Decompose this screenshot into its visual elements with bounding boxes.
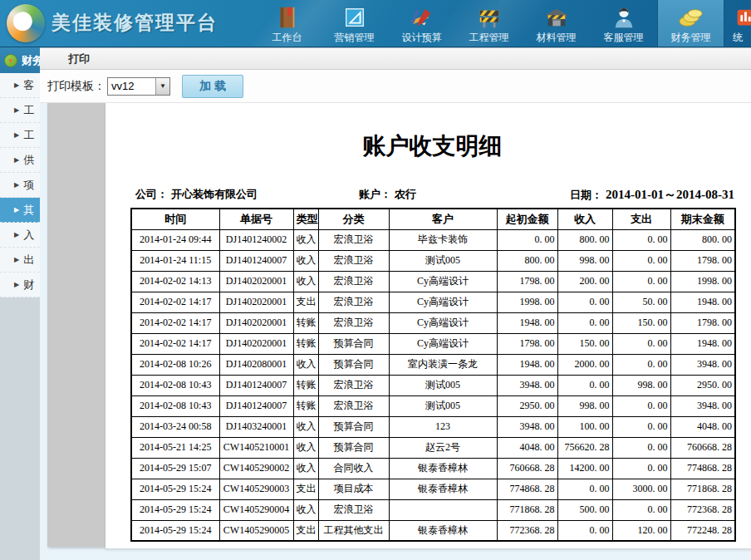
table-cell: CW1405290002 [219, 458, 293, 479]
nav-item-label: 营销管理 [335, 31, 375, 45]
sidebar-item-供[interactable]: ▶供 [0, 148, 40, 173]
table-cell: 772368. 28 [497, 520, 557, 541]
table-cell: 2014-02-08 10:43 [131, 395, 219, 416]
sidebar-item-label: 出 [23, 253, 34, 268]
nav-item-工程管理[interactable]: 工程管理 [455, 0, 523, 47]
table-cell: CW1405290003 [219, 479, 293, 499]
sidebar-item-出[interactable]: ▶出 [0, 248, 40, 273]
app-header: 美佳装修管理平台 工作台营销管理设计预算工程管理材料管理客服管理财务管理统 [0, 0, 751, 47]
table-cell: 756620. 28 [557, 437, 612, 458]
collapse-icon[interactable]: ▾ [4, 54, 17, 67]
table-row: 2014-02-08 10:26DJ1402080001收入预算合同室内装潢一条… [131, 354, 735, 375]
table-cell: 998. 00 [612, 375, 670, 395]
table-cell: 宏浪卫浴 [318, 229, 389, 250]
sidebar-header[interactable]: ▾ 财务 [0, 47, 40, 73]
table-cell: 1798. 00 [670, 250, 735, 271]
nav-item-工作台[interactable]: 工作台 [253, 0, 321, 47]
nav-item-财务管理[interactable]: 财务管理 [657, 0, 724, 47]
table-cell: 赵云2号 [389, 437, 497, 458]
table-cell: 3000. 00 [612, 479, 670, 499]
coins-icon [679, 5, 704, 30]
template-select[interactable]: vv12 ▼ [107, 77, 170, 96]
sidebar-item-label: 项 [23, 178, 34, 193]
sidebar-item-入[interactable]: ▶入 [0, 223, 40, 248]
table-cell: 2014-03-24 00:58 [131, 416, 219, 437]
report-title: 账户收支明细 [130, 130, 734, 162]
report-table: 时间单据号类型分类客户起初金额收入支出期末金额2014-01-24 09:44D… [130, 208, 736, 542]
report-account: 账户：农行 [359, 187, 416, 202]
table-cell: 2014-02-08 10:43 [131, 375, 219, 395]
table-cell: DJ1401240007 [219, 375, 293, 395]
table-cell: 0. 00 [497, 229, 557, 250]
table-cell: 771868. 28 [670, 479, 735, 499]
table-cell: 0. 00 [557, 312, 612, 333]
table-row: 2014-03-24 00:58DJ1403240001收入预算合同123394… [131, 416, 735, 437]
nav-item-label: 工作台 [272, 31, 302, 45]
table-cell: 500. 00 [557, 499, 612, 520]
sidebar-item-财[interactable]: ▶财 [0, 273, 40, 297]
table-cell: Cy高端设计 [389, 312, 497, 333]
nav-item-材料管理[interactable]: 材料管理 [523, 0, 590, 47]
sidebar-item-工[interactable]: ▶工 [0, 123, 40, 148]
table-cell: CW1405290004 [219, 499, 293, 520]
table-cell: 760668. 28 [670, 437, 735, 458]
table-cell: DJ1401240007 [219, 250, 293, 271]
preview-gray-block [47, 103, 106, 547]
table-cell: 200. 00 [557, 271, 612, 292]
sidebar-item-其[interactable]: ▶其 [0, 198, 40, 223]
sidebar-item-label: 其 [23, 203, 34, 218]
table-cell: 3948. 00 [497, 416, 557, 437]
column-header: 收入 [557, 209, 612, 229]
column-header: 时间 [131, 209, 219, 229]
sidebar-item-客[interactable]: ▶客 [0, 73, 40, 98]
sidebar-item-label: 客 [23, 78, 34, 93]
table-cell: 收入 [293, 250, 318, 271]
table-cell: 银泰香樟林 [389, 520, 497, 541]
table-cell: 760668. 28 [497, 458, 557, 479]
table-cell: 2014-05-29 15:07 [131, 458, 219, 479]
triangle-right-icon: ▶ [14, 106, 19, 114]
table-cell: 收入 [293, 437, 318, 458]
table-cell: 收入 [293, 271, 318, 292]
table-cell: 测试005 [389, 375, 497, 395]
report-company: 公司：开心装饰有限公司 [135, 187, 258, 202]
nav-item-营销管理[interactable]: 营销管理 [321, 0, 388, 47]
table-header-row: 时间单据号类型分类客户起初金额收入支出期末金额 [131, 209, 735, 229]
table-row: 2014-02-08 10:43DJ1401240007转账宏浪卫浴测试0053… [131, 375, 735, 395]
company-value: 开心装饰有限公司 [168, 188, 258, 200]
sidebar-item-工[interactable]: ▶工 [0, 98, 40, 123]
table-cell: 2014-01-24 11:15 [131, 250, 219, 271]
table-cell: DJ1402080001 [219, 354, 293, 375]
column-header: 类型 [293, 209, 318, 229]
table-cell: 2014-02-02 14:17 [131, 292, 219, 312]
table-cell: 150. 00 [612, 312, 670, 333]
triangle-right-icon: ▶ [14, 206, 19, 214]
nav-item-统[interactable]: 统 [724, 0, 751, 47]
nav-item-label: 设计预算 [402, 31, 442, 45]
warehouse-icon [544, 5, 569, 30]
table-cell: 1998. 00 [670, 271, 735, 292]
table-cell: Cy高端设计 [389, 271, 497, 292]
report-page: 账户收支明细 公司：开心装饰有限公司 账户：农行 日期：2014-01-01～2… [106, 103, 751, 548]
table-cell: 银泰香樟林 [389, 479, 497, 499]
table-cell: 120. 00 [612, 520, 670, 541]
app-logo-icon [7, 4, 45, 42]
nav-item-客服管理[interactable]: 客服管理 [590, 0, 657, 47]
table-cell: 工程其他支出 [318, 520, 389, 541]
nav-item-label: 材料管理 [537, 31, 577, 45]
table-cell: 0. 00 [612, 354, 670, 375]
account-label: 账户： [359, 188, 391, 200]
table-cell [389, 499, 497, 520]
table-cell: 1948. 00 [670, 333, 735, 354]
nav-item-设计预算[interactable]: 设计预算 [388, 0, 455, 47]
table-cell: 0. 00 [557, 375, 612, 395]
sidebar-item-label: 工 [23, 103, 34, 118]
table-cell: 800. 00 [557, 229, 612, 250]
table-cell: 771868. 28 [497, 499, 557, 520]
table-cell: 0. 00 [612, 458, 670, 479]
sidebar-item-项[interactable]: ▶项 [0, 173, 40, 198]
table-cell: 1998. 00 [497, 292, 557, 312]
load-button[interactable]: 加 载 [182, 75, 243, 98]
chevron-down-icon[interactable]: ▼ [155, 78, 169, 95]
table-cell: 转账 [293, 312, 318, 333]
